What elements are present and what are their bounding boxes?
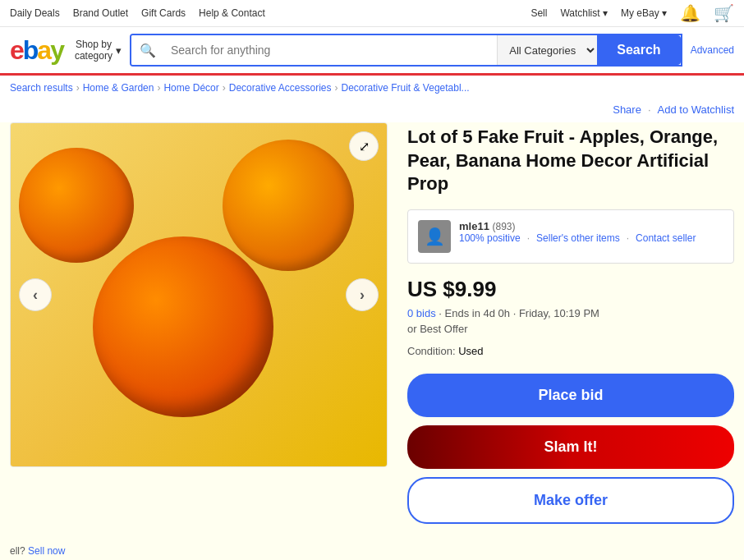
- notifications-button[interactable]: 🔔: [680, 3, 700, 23]
- seller-avatar: 👤: [418, 220, 451, 253]
- bid-ends-info: · Ends in 4d 0h · Friday, 10:19 PM: [439, 307, 599, 319]
- sell-footer: ell? Sell now: [0, 540, 744, 560]
- place-bid-button[interactable]: Place bid: [407, 374, 734, 417]
- search-input[interactable]: [164, 35, 497, 65]
- product-price: US $9.99: [407, 277, 734, 302]
- top-nav: Daily Deals Brand Outlet Gift Cards Help…: [0, 0, 744, 27]
- condition-row: Condition: Used: [407, 345, 734, 357]
- my-ebay-link[interactable]: My eBay ▾: [621, 7, 667, 19]
- brand-outlet-link[interactable]: Brand Outlet: [73, 7, 128, 19]
- contact-seller-link[interactable]: Contact seller: [636, 232, 696, 244]
- breadcrumb-sep-3: ›: [223, 82, 226, 94]
- seller-other-items-link[interactable]: Seller's other items: [536, 232, 620, 244]
- advanced-search-link[interactable]: Advanced: [691, 44, 734, 56]
- fruit-image-canvas: [11, 123, 387, 466]
- main-content: ⤢ ‹ › Lot of 5 Fake Fruit - Apples, Oran…: [0, 122, 744, 540]
- watchlist-link[interactable]: Watchlist ▾: [560, 7, 608, 19]
- category-select[interactable]: All Categories: [497, 35, 597, 65]
- breadcrumb-search-results[interactable]: Search results: [10, 82, 73, 94]
- breadcrumb-decorative-accessories[interactable]: Decorative Accessories: [229, 82, 332, 94]
- product-details: Lot of 5 Fake Fruit - Apples, Orange, Pe…: [407, 122, 734, 524]
- seller-info: mle11 (893) 100% positive · Seller's oth…: [459, 220, 696, 244]
- main-product-image: [11, 123, 387, 466]
- search-icon: 🔍: [131, 35, 164, 65]
- fruit-back-1: [19, 148, 134, 263]
- search-bar: 🔍 All Categories Search: [130, 34, 682, 67]
- breadcrumb: Search results › Home & Garden › Home Dé…: [0, 76, 744, 100]
- action-dot: ·: [648, 103, 651, 116]
- top-nav-left: Daily Deals Brand Outlet Gift Cards Help…: [10, 7, 265, 19]
- action-row: Share · Add to Watchlist: [0, 100, 744, 122]
- breadcrumb-decorative-fruit[interactable]: Decorative Fruit & Vegetabl...: [342, 82, 470, 94]
- breadcrumb-sep-4: ›: [335, 82, 338, 94]
- sell-now-link[interactable]: Sell now: [28, 545, 65, 557]
- product-title: Lot of 5 Fake Fruit - Apples, Orange, Pe…: [407, 126, 734, 196]
- gift-cards-link[interactable]: Gift Cards: [141, 7, 186, 19]
- breadcrumb-sep-1: ›: [76, 82, 80, 94]
- breadcrumb-home-decor[interactable]: Home Décor: [163, 82, 218, 94]
- bids-link[interactable]: 0 bids: [407, 307, 436, 319]
- daily-deals-link[interactable]: Daily Deals: [10, 7, 60, 19]
- chevron-down-icon: ▾: [116, 44, 122, 57]
- shop-by-category-button[interactable]: Shop by category ▾: [75, 39, 122, 62]
- seller-name-rating: mle11 (893): [459, 220, 696, 232]
- seller-name: mle11: [459, 220, 489, 232]
- ebay-logo: ebay: [10, 35, 63, 66]
- condition-label: Condition:: [407, 345, 456, 357]
- bid-info: 0 bids · Ends in 4d 0h · Friday, 10:19 P…: [407, 307, 734, 319]
- share-link[interactable]: Share: [613, 103, 641, 116]
- seller-positive-link[interactable]: 100% positive: [459, 232, 521, 244]
- fruit-main: [93, 236, 273, 417]
- search-button[interactable]: Search: [597, 35, 680, 65]
- fruit-back-2: [223, 140, 354, 271]
- top-nav-right: Sell Watchlist ▾ My eBay ▾ 🔔 🛒: [530, 3, 734, 23]
- sell-footer-text: ell?: [10, 545, 25, 557]
- condition-value: Used: [458, 345, 483, 357]
- seller-rating: (893): [493, 221, 516, 232]
- best-offer-text: or Best Offer: [407, 323, 734, 335]
- prev-image-button[interactable]: ‹: [19, 278, 52, 311]
- product-image-area: ⤢ ‹ ›: [10, 122, 388, 467]
- seller-box: 👤 mle11 (893) 100% positive · Seller's o…: [407, 209, 734, 264]
- help-contact-link[interactable]: Help & Contact: [199, 7, 265, 19]
- breadcrumb-home-garden[interactable]: Home & Garden: [83, 82, 154, 94]
- breadcrumb-sep-2: ›: [157, 82, 160, 94]
- seller-links: 100% positive · Seller's other items · C…: [459, 232, 696, 244]
- cart-button[interactable]: 🛒: [714, 3, 734, 23]
- main-header: ebay Shop by category ▾ 🔍 All Categories…: [0, 27, 744, 76]
- add-to-watchlist-link[interactable]: Add to Watchlist: [658, 103, 734, 116]
- expand-image-button[interactable]: ⤢: [349, 131, 379, 161]
- next-image-button[interactable]: ›: [346, 278, 379, 311]
- sell-link[interactable]: Sell: [530, 7, 547, 19]
- slam-it-button[interactable]: Slam It!: [407, 425, 734, 469]
- make-offer-button[interactable]: Make offer: [407, 477, 734, 524]
